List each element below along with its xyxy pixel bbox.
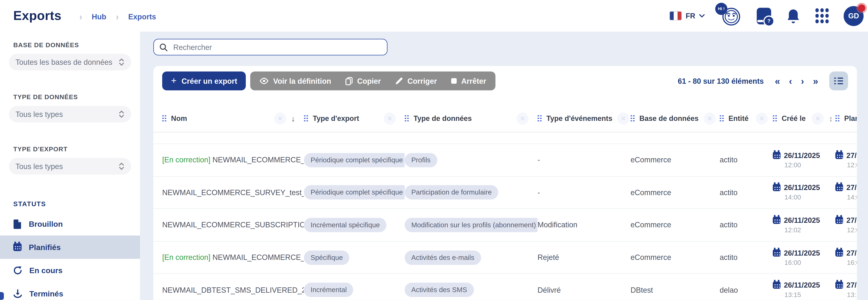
pencil-icon [395,77,403,85]
calendar-icon [835,184,843,191]
drag-handle-icon[interactable] [720,115,723,122]
notifications-bell-button[interactable] [786,8,801,24]
column-header-type-export[interactable]: Type d'export ✕ [304,112,405,125]
draft-file-icon [13,219,22,229]
event-type-cell: Rejeté [537,253,630,262]
chevron-right-icon: › [116,12,119,21]
drag-handle-icon[interactable] [773,115,777,122]
select-chevrons-icon [119,162,125,171]
first-page-button[interactable]: « [774,76,781,86]
sidebar-item-brouillon[interactable]: Brouillon [0,212,140,236]
copy-button[interactable]: Copier [338,72,388,90]
view-definition-button[interactable]: Voir la définition [253,72,338,90]
column-header-base-donnees[interactable]: Base de données ✕ [630,112,720,125]
statuses-heading: STATUTS [13,200,140,208]
clear-column-icon[interactable]: ✕ [617,112,629,125]
previous-page-button[interactable]: ‹ [788,76,793,86]
event-type-cell: Délivré [537,286,630,294]
table-row[interactable]: NEWMAIL_ECOMMERCE_SUBSCRIPTION... Incrém… [153,209,857,241]
plus-icon: + [171,75,177,86]
planned-date-cell: 27/11/2025 12:00 [835,216,857,234]
sidebar-item-termines[interactable]: Terminés [0,282,140,300]
drag-handle-icon[interactable] [405,115,408,122]
drag-handle-icon[interactable] [835,115,839,122]
sidebar-item-en-cours[interactable]: En cours [0,259,140,282]
stop-button[interactable]: Arrêter [444,72,493,90]
exporttype-select[interactable]: Tous les types [9,158,131,174]
create-export-button[interactable]: + Créer un export [162,72,246,90]
eye-icon [260,78,269,84]
search-input[interactable] [172,43,381,52]
clear-column-icon[interactable]: ✕ [517,112,529,125]
export-type-badge: Périodique complet spécifique [304,153,405,167]
action-label: Arrêter [461,77,486,85]
data-type-badge: Participation de formulaire [405,185,498,200]
calendar-icon [835,152,843,159]
bulk-actions-group: Voir la définition Copier Corriger [251,72,496,90]
entity-cell: actito [720,221,773,229]
user-avatar[interactable]: GD [844,6,864,26]
table-row[interactable]: [En correction] NEWMAIL_ECOMMERCE_... Sp… [153,242,857,274]
export-name: NEWMAIL_ECOMMERCE_... [213,253,304,262]
drag-handle-icon[interactable] [630,115,634,122]
breadcrumb: › Hub › Exports [79,12,156,21]
top-bar: Exports › Hub › Exports FR Hi ! [0,0,868,32]
column-header-type-donnees[interactable]: Type de données ✕ [405,112,537,125]
next-page-button[interactable]: › [800,76,805,86]
database-cell: DBtest [630,286,720,294]
database-cell: eCommerce [630,156,720,164]
drag-handle-icon[interactable] [537,115,541,122]
language-selector[interactable]: FR [669,11,705,21]
pagination-summary: 61 - 80 sur 130 éléments [678,77,764,85]
calendar-icon [835,282,843,289]
sort-both-icon[interactable]: ↕ [829,114,833,123]
calendar-icon [13,243,22,251]
column-header-nom[interactable]: Nom ✕ ↓ [162,112,304,125]
clear-column-icon[interactable]: ✕ [384,112,396,125]
apps-grid-button[interactable] [815,8,829,23]
list-view-toggle[interactable] [829,72,848,90]
column-header-entite[interactable]: Entité ✕ [720,112,773,125]
floating-widget-edge[interactable] [0,292,4,300]
column-header-type-evenements[interactable]: Type d'événements ✕ [537,112,630,125]
clear-column-icon[interactable]: ✕ [812,112,824,125]
column-header-cree-le[interactable]: Créé le ✕ ↕ [773,112,835,125]
chevron-down-icon [699,14,705,18]
export-type-badge: Périodique complet spécifique [304,185,405,200]
main-content: + Créer un export Voir la définition [140,32,868,300]
french-flag-icon [669,11,682,21]
column-header-planifie-le[interactable]: Planifié le [835,114,857,122]
breadcrumb-exports[interactable]: Exports [128,12,156,21]
correct-button[interactable]: Corriger [388,72,444,90]
table-row[interactable]: NEWMAIL_ECOMMERCE_SURVEY_test_2... Pério… [153,176,857,209]
assistant-mascot-button[interactable]: Hi ! [720,5,742,27]
database-select[interactable]: Toutes les bases de données [9,54,131,70]
export-type-badge: Spécifique [304,250,349,265]
table-toolbar: + Créer un export Voir la définition [153,66,857,90]
language-code: FR [686,12,695,20]
action-label: Copier [357,77,381,85]
table-row[interactable]: NEWMAIL_DBTEST_SMS_DELIVERED_20... Incré… [153,274,857,300]
table-header-gap [153,133,857,144]
drag-handle-icon[interactable] [162,115,166,122]
breadcrumb-hub[interactable]: Hub [92,12,106,21]
action-label: Corriger [407,77,437,85]
sidebar-item-planifies[interactable]: Planifiés [0,236,140,259]
clear-column-icon[interactable]: ✕ [756,112,768,125]
topbar-actions: FR Hi ! ? [669,5,864,27]
data-type-badge: Modification sur les profils (abonnement… [405,218,537,232]
export-type-badge: Incrémental [304,283,353,297]
clear-column-icon[interactable]: ✕ [274,112,286,125]
clear-column-icon[interactable]: ✕ [704,112,716,125]
created-date-cell: 26/11/2025 12:02 [773,216,835,234]
sort-desc-icon[interactable]: ↓ [291,114,295,123]
last-page-button[interactable]: » [812,76,819,86]
drag-handle-icon[interactable] [304,115,308,122]
created-date-cell: 26/11/2025 12:00 [773,151,835,169]
datatype-select[interactable]: Tous les types [9,106,131,122]
entity-cell: actito [720,156,773,164]
table-row[interactable]: [En correction] NEWMAIL_ECOMMERCE_... Pé… [153,144,857,176]
chevron-right-icon: › [79,12,82,21]
help-button[interactable]: ? [757,7,771,24]
entity-cell: actito [720,253,773,262]
